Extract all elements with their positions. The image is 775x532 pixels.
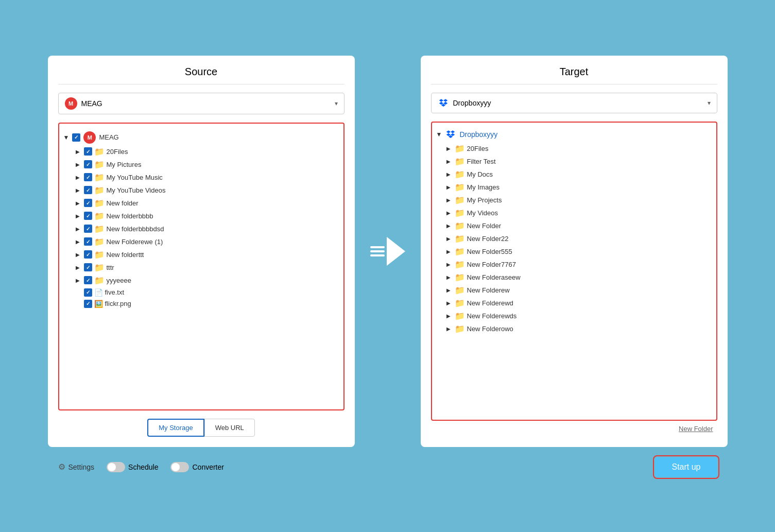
target-expand-filtertest[interactable]: ▶ xyxy=(444,157,453,165)
target-item-myprojects[interactable]: ▶ 📁 My Projects xyxy=(444,194,714,207)
checkbox-yyyeeee[interactable] xyxy=(84,276,92,284)
target-expand-newfolder[interactable]: ▶ xyxy=(444,221,453,230)
label-flickrpng: flickr.png xyxy=(105,300,131,307)
file-icon-fivetxt: 📄 xyxy=(94,288,103,297)
target-item-myimages[interactable]: ▶ 📁 My Images xyxy=(444,181,714,194)
target-expand-20files[interactable]: ▶ xyxy=(444,144,453,152)
target-expand-newfolderaseew[interactable]: ▶ xyxy=(444,273,453,281)
source-tree: ▼ M MEAG ▶ 📁 20Files ▶ 📁 My Pictures ▶ xyxy=(58,123,345,410)
target-item-newfolder22[interactable]: ▶ 📁 New Folder22 xyxy=(444,232,714,245)
target-item-newfolder7767[interactable]: ▶ 📁 New Folder7767 xyxy=(444,258,714,271)
target-expand-myprojects[interactable]: ▶ xyxy=(444,196,453,204)
tab-my-storage[interactable]: My Storage xyxy=(147,419,204,437)
new-folder-link[interactable]: New Folder xyxy=(679,425,713,433)
target-item-20files[interactable]: ▶ 📁 20Files xyxy=(444,142,714,155)
arrow-head xyxy=(387,237,405,266)
target-label-newfolder: New Folder xyxy=(467,222,501,230)
gear-icon: ⚙ xyxy=(58,462,65,472)
bottom-left-controls: ⚙ Settings Schedule Converter xyxy=(58,462,224,472)
source-dropdown[interactable]: M MEAG ▾ xyxy=(58,93,345,114)
source-item-newfolderbbbb[interactable]: ▶ 📁 New folderbbbb xyxy=(74,210,339,222)
target-root-label: Dropboxyyy xyxy=(459,130,497,139)
expand-newfolderewe1[interactable]: ▶ xyxy=(74,237,82,246)
source-item-myyoutubevideos[interactable]: ▶ 📁 My YouTube Videos xyxy=(74,184,339,197)
bottom-bar: ⚙ Settings Schedule Converter Start up xyxy=(48,457,728,477)
source-root-item[interactable]: ▼ M MEAG xyxy=(63,130,339,145)
source-item-fivetxt[interactable]: 📄 five.txt xyxy=(84,287,339,298)
target-item-newfolderew[interactable]: ▶ 📁 New Folderew xyxy=(444,284,714,297)
source-root-checkbox[interactable] xyxy=(72,133,80,142)
source-item-myyoutubemusic[interactable]: ▶ 📁 My YouTube Music xyxy=(74,171,339,184)
target-item-newfolder555[interactable]: ▶ 📁 New Folder555 xyxy=(444,245,714,258)
expand-newfolder[interactable]: ▶ xyxy=(74,199,82,207)
target-item-filtertest[interactable]: ▶ 📁 Filter Test xyxy=(444,155,714,168)
target-expand-myimages[interactable]: ▶ xyxy=(444,183,453,191)
target-expand-newfolder7767[interactable]: ▶ xyxy=(444,260,453,268)
target-item-newfolder[interactable]: ▶ 📁 New Folder xyxy=(444,219,714,232)
source-item-20files[interactable]: ▶ 📁 20Files xyxy=(74,145,339,158)
target-expand-newfolder555[interactable]: ▶ xyxy=(444,247,453,255)
checkbox-flickrpng[interactable] xyxy=(84,300,92,308)
checkbox-newfolderttt[interactable] xyxy=(84,250,92,259)
source-item-newfolderewe1[interactable]: ▶ 📁 New Folderewe (1) xyxy=(74,235,339,248)
expand-myyoutubevideos[interactable]: ▶ xyxy=(74,186,82,194)
checkbox-newfolderbbbbdsd[interactable] xyxy=(84,225,92,233)
source-item-flickrpng[interactable]: 🖼️ flickr.png xyxy=(84,298,339,310)
source-item-yyyeeee[interactable]: ▶ 📁 yyyeeee xyxy=(74,274,339,287)
target-folder-icon-newfolderaseew: 📁 xyxy=(455,272,465,282)
start-button[interactable]: Start up xyxy=(655,457,717,477)
source-title: Source xyxy=(58,66,345,84)
dropbox-icon xyxy=(438,97,449,109)
expand-newfolderbbbbdsd[interactable]: ▶ xyxy=(74,225,82,233)
target-item-newfolderaseew[interactable]: ▶ 📁 New Folderaseew xyxy=(444,271,714,284)
converter-toggle[interactable] xyxy=(170,462,189,472)
checkbox-myyoutubevideos[interactable] xyxy=(84,186,92,194)
target-folder-icon-newfolderewd: 📁 xyxy=(455,298,465,308)
target-expand-newfolderewds[interactable]: ▶ xyxy=(444,312,453,320)
target-root-expand[interactable]: ▼ xyxy=(436,131,442,138)
checkbox-mypictures[interactable] xyxy=(84,160,92,168)
source-root-expand[interactable]: ▼ xyxy=(63,134,70,141)
label-yyyeeee: yyyeeee xyxy=(107,277,131,284)
expand-tttr[interactable]: ▶ xyxy=(74,263,82,271)
expand-20files[interactable]: ▶ xyxy=(74,147,82,156)
expand-myyoutubemusic[interactable]: ▶ xyxy=(74,173,82,181)
target-item-newfolderewd[interactable]: ▶ 📁 New Folderewd xyxy=(444,297,714,310)
target-expand-myvideos[interactable]: ▶ xyxy=(444,209,453,217)
target-item-newfolderewds[interactable]: ▶ 📁 New Folderewds xyxy=(444,310,714,322)
settings-item[interactable]: ⚙ Settings xyxy=(58,462,95,472)
target-item-mydocs[interactable]: ▶ 📁 My Docs xyxy=(444,168,714,181)
target-label-myprojects: My Projects xyxy=(467,196,502,204)
target-folder-icon-mydocs: 📁 xyxy=(455,169,465,179)
target-expand-newfolderew[interactable]: ▶ xyxy=(444,286,453,294)
target-folder-icon-newfolder7767: 📁 xyxy=(455,260,465,269)
checkbox-20files[interactable] xyxy=(84,147,92,156)
checkbox-newfolder[interactable] xyxy=(84,199,92,207)
expand-newfolderbbbb[interactable]: ▶ xyxy=(74,212,82,220)
target-expand-mydocs[interactable]: ▶ xyxy=(444,170,453,178)
source-item-newfolder[interactable]: ▶ 📁 New folder xyxy=(74,197,339,210)
expand-yyyeeee[interactable]: ▶ xyxy=(74,276,82,284)
checkbox-myyoutubemusic[interactable] xyxy=(84,173,92,181)
checkbox-newfolderbbbb[interactable] xyxy=(84,212,92,220)
checkbox-fivetxt[interactable] xyxy=(84,288,92,297)
target-item-myvideos[interactable]: ▶ 📁 My Videos xyxy=(444,207,714,219)
expand-newfolderttt[interactable]: ▶ xyxy=(74,250,82,259)
label-fivetxt: five.txt xyxy=(105,288,125,296)
source-item-tttr[interactable]: ▶ 📁 tttr xyxy=(74,261,339,274)
source-item-mypictures[interactable]: ▶ 📁 My Pictures xyxy=(74,158,339,171)
target-expand-newfolderewd[interactable]: ▶ xyxy=(444,299,453,307)
source-item-newfolderbbbbdsd[interactable]: ▶ 📁 New folderbbbbdsd xyxy=(74,222,339,235)
schedule-toggle[interactable] xyxy=(107,462,125,472)
checkbox-tttr[interactable] xyxy=(84,263,92,271)
target-panel: Target Dropboxyyy ▾ ▼ xyxy=(421,56,728,447)
target-dropdown[interactable]: Dropboxyyy ▾ xyxy=(431,93,717,113)
source-item-newfolderttt[interactable]: ▶ 📁 New folderttt xyxy=(74,248,339,261)
target-expand-newfolderowo[interactable]: ▶ xyxy=(444,324,453,333)
checkbox-newfolderewe1[interactable] xyxy=(84,237,92,246)
target-item-newfolderowo[interactable]: ▶ 📁 New Folderowo xyxy=(444,322,714,335)
target-root-item[interactable]: ▼ Dropboxyyy xyxy=(434,127,714,142)
expand-mypictures[interactable]: ▶ xyxy=(74,160,82,168)
target-expand-newfolder22[interactable]: ▶ xyxy=(444,234,453,243)
tab-web-url[interactable]: Web URL xyxy=(204,419,255,437)
